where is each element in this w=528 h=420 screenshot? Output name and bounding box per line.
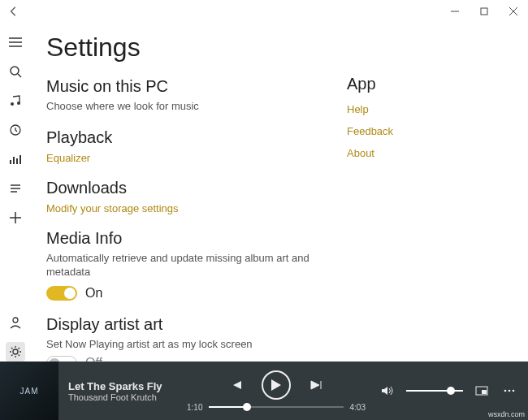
previous-button[interactable] [227, 376, 245, 394]
svg-rect-12 [10, 160, 11, 164]
section-music-desc: Choose where we look for music [46, 99, 347, 114]
section-downloads-heading: Downloads [46, 179, 347, 197]
volume-slider[interactable] [406, 390, 463, 392]
track-info: Let The Sparks Fly Thousand Foot Krutch [68, 380, 174, 402]
minimize-button[interactable] [440, 0, 470, 23]
next-button[interactable] [307, 376, 325, 394]
help-link[interactable]: Help [347, 103, 493, 115]
svg-rect-13 [13, 157, 15, 164]
progress-row: 1:10 4:03 [187, 403, 366, 412]
section-media-heading: Media Info [46, 229, 347, 248]
storage-settings-link[interactable]: Modify your storage settings [46, 202, 347, 214]
svg-point-7 [11, 67, 19, 75]
duration-time: 4:03 [350, 403, 366, 412]
settings-icon[interactable] [6, 342, 25, 362]
track-artist[interactable]: Thousand Foot Krutch [68, 392, 174, 402]
account-icon[interactable] [6, 313, 25, 332]
media-info-toggle-label: On [85, 286, 102, 301]
section-media-desc: Automatically retrieve and update missin… [46, 251, 347, 279]
about-link[interactable]: About [347, 147, 493, 159]
svg-point-22 [13, 349, 18, 354]
album-art[interactable]: JAM [0, 362, 58, 420]
section-artist-desc: Set Now Playing artist art as my lock sc… [46, 337, 347, 352]
titlebar [0, 0, 528, 23]
artist-art-toggle-label: Off [85, 356, 102, 362]
section-playback-heading: Playback [46, 128, 347, 147]
svg-rect-15 [19, 155, 21, 164]
music-note-icon[interactable] [6, 91, 25, 110]
progress-slider[interactable] [209, 406, 343, 408]
sidebar [0, 23, 30, 362]
close-button[interactable] [499, 0, 528, 23]
player-bar: JAM Let The Sparks Fly Thousand Foot Kru… [0, 362, 528, 420]
section-music-heading: Music on this PC [46, 77, 347, 96]
svg-rect-24 [482, 390, 487, 394]
svg-line-8 [18, 74, 21, 77]
more-icon[interactable] [500, 382, 518, 400]
svg-point-26 [509, 390, 511, 392]
content: Settings Music on this PC Choose where w… [30, 23, 528, 362]
media-info-toggle[interactable] [46, 286, 77, 301]
svg-point-9 [11, 102, 14, 106]
svg-point-27 [513, 390, 515, 392]
artist-art-toggle[interactable] [46, 356, 77, 362]
volume-icon[interactable] [379, 382, 396, 400]
watermark: wsxdn.com [488, 410, 525, 418]
section-app-heading: App [347, 75, 493, 93]
maximize-button[interactable] [470, 0, 499, 23]
play-button[interactable] [262, 370, 291, 400]
playlist-icon[interactable] [6, 179, 25, 198]
svg-point-21 [13, 318, 18, 323]
page-title: Settings [46, 32, 347, 63]
add-icon[interactable] [6, 208, 25, 227]
miniplayer-icon[interactable] [473, 382, 491, 400]
section-artist-heading: Display artist art [46, 315, 347, 334]
hamburger-icon[interactable] [6, 32, 25, 52]
window-controls [440, 0, 528, 23]
feedback-link[interactable]: Feedback [347, 125, 493, 137]
back-button[interactable] [5, 2, 23, 20]
elapsed-time: 1:10 [187, 403, 202, 412]
svg-rect-1 [481, 8, 487, 15]
search-icon[interactable] [6, 62, 25, 81]
svg-rect-14 [16, 158, 18, 164]
equalizer-link[interactable]: Equalizer [46, 152, 347, 164]
svg-point-10 [17, 102, 20, 105]
svg-point-25 [504, 390, 507, 392]
track-title[interactable]: Let The Sparks Fly [68, 380, 174, 392]
now-playing-icon[interactable] [6, 149, 25, 169]
recent-icon[interactable] [6, 120, 25, 140]
